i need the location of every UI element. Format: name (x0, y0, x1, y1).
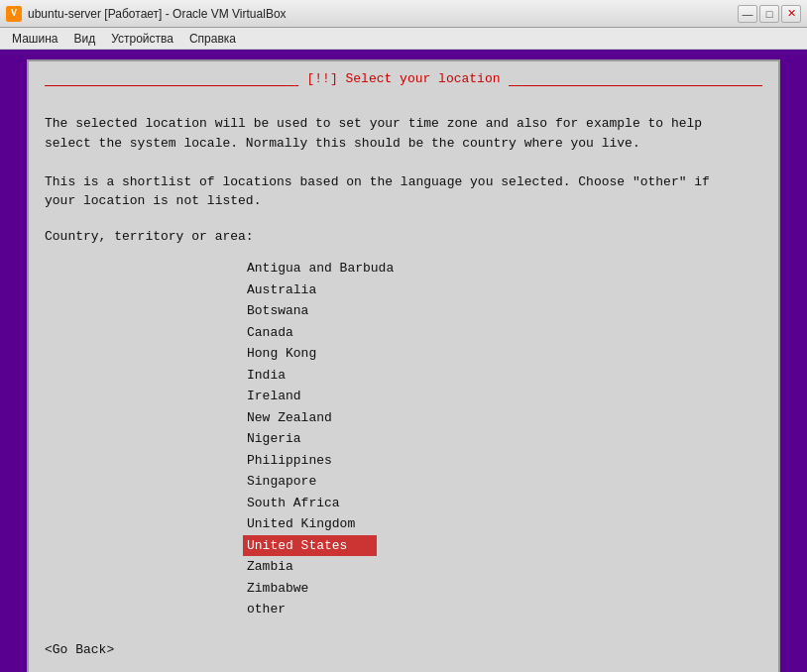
country-item-australia[interactable]: Australia (243, 280, 320, 301)
menu-machine[interactable]: Машина (4, 30, 65, 48)
virtualbox-icon: V (6, 6, 22, 22)
description: The selected location will be used to se… (45, 114, 762, 211)
desc-line-2: select the system locale. Normally this … (45, 134, 762, 154)
maximize-button[interactable]: □ (759, 5, 779, 23)
close-button[interactable]: ✕ (781, 5, 801, 23)
country-item-zambia[interactable]: Zambia (243, 556, 297, 578)
country-list: Antigua and BarbudaAustraliaBotswanaCana… (243, 258, 762, 620)
window-title: ubuntu-server [Работает] - Oracle VM Vir… (28, 7, 287, 21)
desc-line-1: The selected location will be used to se… (45, 114, 762, 134)
title-bar: V ubuntu-server [Работает] - Oracle VM V… (0, 0, 807, 28)
desc-line-4: This is a shortlist of locations based o… (45, 172, 762, 192)
country-item-india[interactable]: India (243, 365, 289, 387)
title-line-right (509, 85, 762, 86)
desc-line-3 (45, 153, 762, 172)
country-item-antigua-and-barbuda[interactable]: Antigua and Barbuda (243, 258, 398, 280)
dialog-box: [!!] Select your location The selected l… (27, 59, 780, 672)
country-item-other[interactable]: other (243, 599, 289, 620)
desc-line-5: your location is not listed. (45, 191, 762, 211)
dialog-body: The selected location will be used to se… (45, 114, 762, 659)
country-item-united-kingdom[interactable]: United Kingdom (243, 513, 359, 535)
menu-view[interactable]: Вид (65, 30, 103, 48)
title-bar-buttons: — □ ✕ (738, 5, 801, 23)
menu-help[interactable]: Справка (181, 30, 244, 48)
vm-area: [!!] Select your location The selected l… (0, 50, 807, 672)
country-item-botswana[interactable]: Botswana (243, 300, 312, 322)
title-line-left (45, 85, 298, 86)
menu-devices[interactable]: Устройства (103, 30, 181, 48)
country-label: Country, territory or area: (45, 227, 762, 247)
country-item-singapore[interactable]: Singapore (243, 471, 320, 493)
minimize-button[interactable]: — (738, 5, 757, 23)
country-item-canada[interactable]: Canada (243, 322, 297, 344)
country-item-nigeria[interactable]: Nigeria (243, 428, 305, 450)
country-item-zimbabwe[interactable]: Zimbabwe (243, 578, 312, 600)
title-bar-left: V ubuntu-server [Работает] - Oracle VM V… (6, 6, 287, 22)
country-item-new-zealand[interactable]: New Zealand (243, 407, 336, 429)
country-item-hong-kong[interactable]: Hong Kong (243, 343, 320, 365)
dialog-title-bar: [!!] Select your location (45, 71, 762, 100)
country-item-philippines[interactable]: Philippines (243, 450, 336, 472)
dialog-title: [!!] Select your location (306, 71, 500, 86)
country-item-south-africa[interactable]: South Africa (243, 493, 344, 514)
menu-bar: Машина Вид Устройства Справка (0, 28, 807, 50)
go-back-button[interactable]: <Go Back> (45, 640, 762, 660)
country-item-united-states[interactable]: United States (243, 535, 377, 557)
country-item-ireland[interactable]: Ireland (243, 386, 305, 407)
